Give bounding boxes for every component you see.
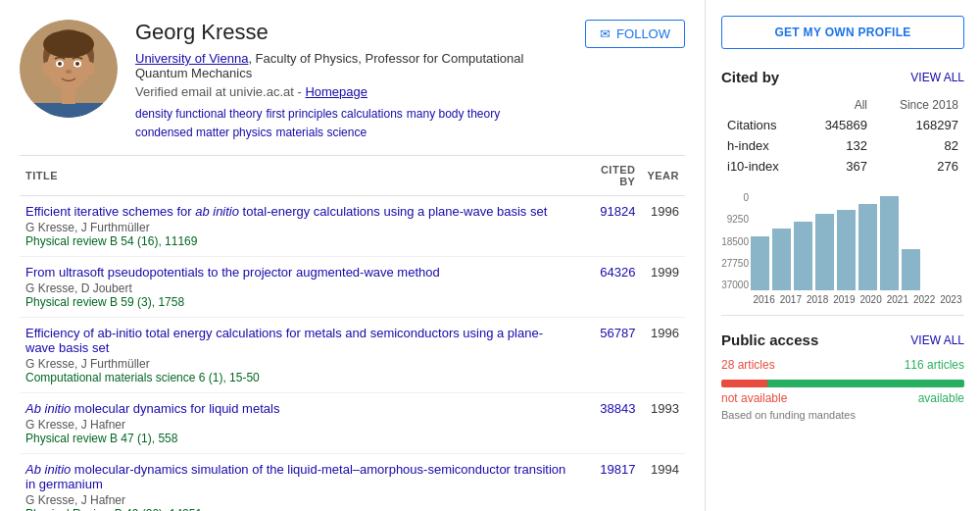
profile-email: Verified email at univie.ac.at - Homepag… — [135, 84, 573, 99]
follow-button[interactable]: ✉ FOLLOW — [585, 20, 685, 48]
public-access-view-all[interactable]: VIEW ALL — [910, 333, 964, 347]
paper-authors: G Kresse, J Hafner — [25, 493, 572, 507]
y-label: 27750 — [721, 258, 749, 269]
paper-authors: G Kresse, J Hafner — [25, 418, 572, 432]
stats-cell-label: h-index — [721, 135, 804, 156]
access-status: not available available — [721, 391, 964, 405]
tag-0[interactable]: density functional theory — [135, 107, 262, 122]
get-profile-button[interactable]: GET MY OWN PROFILE — [721, 16, 964, 49]
profile-affiliation: University of Vienna, Faculty of Physics… — [135, 51, 573, 80]
paper-title-cell: Efficiency of ab-initio total energy cal… — [20, 318, 578, 393]
paper-year: 1993 — [641, 393, 685, 454]
col-title: TITLE — [20, 156, 578, 196]
x-axis-labels: 20162017201820192020202120222023 — [721, 294, 964, 305]
page: Georg Kresse University of Vienna, Facul… — [0, 0, 980, 511]
paper-title-cell: Efficient iterative schemes for ab initi… — [20, 196, 578, 257]
table-row: Ab initio molecular-dynamics simulation … — [20, 454, 685, 512]
paper-cited[interactable]: 64326 — [578, 257, 642, 318]
chart-bar — [880, 196, 899, 290]
stats-cell-all: 367 — [804, 156, 873, 177]
chart-bar — [772, 229, 791, 290]
available-status: available — [918, 391, 964, 405]
stats-row: h-index13282 — [721, 135, 964, 156]
svg-point-4 — [42, 62, 52, 76]
table-row: Efficiency of ab-initio total energy cal… — [20, 318, 685, 393]
table-row: Ab initio molecular dynamics for liquid … — [20, 393, 685, 454]
chart-bars — [751, 192, 964, 290]
y-label: 9250 — [721, 214, 749, 225]
paper-authors: G Kresse, D Joubert — [25, 281, 572, 295]
stats-cell-since: 168297 — [873, 115, 964, 135]
available-articles-label[interactable]: 116 articles — [905, 358, 964, 372]
stats-header-row: All Since 2018 — [721, 95, 964, 115]
homepage-link[interactable]: Homepage — [305, 84, 368, 99]
papers-table: TITLE CITED BY YEAR Efficient iterative … — [20, 155, 685, 511]
col-year: YEAR — [641, 156, 685, 196]
svg-rect-12 — [62, 86, 75, 104]
profile-tags: density functional theory first principl… — [135, 107, 573, 139]
unavailable-articles-label[interactable]: 28 articles — [721, 358, 775, 372]
cited-by-section-header: Cited by VIEW ALL — [721, 69, 964, 85]
paper-cited[interactable]: 91824 — [578, 196, 642, 257]
paper-journal: Computational materials science 6 (1), 1… — [25, 371, 572, 384]
public-access-header: Public access VIEW ALL — [721, 332, 964, 348]
public-access-section: Public access VIEW ALL 28 articles 116 a… — [721, 332, 964, 421]
x-label: 2019 — [831, 294, 858, 305]
paper-cited[interactable]: 38843 — [578, 393, 642, 454]
unavailable-status: not available — [721, 391, 787, 405]
x-label: 2022 — [911, 294, 938, 305]
right-panel: GET MY OWN PROFILE Cited by VIEW ALL All… — [706, 0, 980, 511]
access-note: Based on funding mandates — [721, 409, 964, 421]
paper-title-link[interactable]: Efficiency of ab-initio total energy cal… — [25, 326, 572, 355]
table-row: Efficient iterative schemes for ab initi… — [20, 196, 685, 257]
stats-row: Citations345869168297 — [721, 115, 964, 135]
paper-authors: G Kresse, J Furthmüller — [25, 357, 572, 371]
svg-point-5 — [85, 62, 95, 76]
svg-point-3 — [43, 30, 94, 58]
paper-title-link[interactable]: Ab initio molecular dynamics for liquid … — [25, 401, 572, 416]
stats-cell-since: 276 — [873, 156, 964, 177]
x-label: 2020 — [858, 294, 884, 305]
svg-point-8 — [58, 62, 62, 66]
y-label: 0 — [721, 192, 749, 203]
paper-title-cell: From ultrasoft pseudopotentials to the p… — [20, 257, 578, 318]
university-link[interactable]: University of Vienna — [135, 51, 248, 66]
paper-year: 1996 — [641, 318, 685, 393]
tag-4[interactable]: materials science — [275, 126, 367, 139]
access-bar-unavailable — [721, 380, 767, 387]
follow-icon: ✉ — [600, 26, 611, 41]
paper-journal: Physical review B 59 (3), 1758 — [25, 295, 572, 309]
paper-year: 1999 — [641, 257, 685, 318]
public-access-title: Public access — [721, 332, 818, 348]
tag-1[interactable]: first principles calculations — [266, 107, 402, 122]
svg-point-10 — [66, 70, 72, 74]
paper-year: 1996 — [641, 196, 685, 257]
cited-by-title: Cited by — [721, 69, 779, 85]
stats-table: All Since 2018 Citations345869168297h-in… — [721, 95, 964, 177]
profile-header: Georg Kresse University of Vienna, Facul… — [20, 20, 685, 139]
chart-bar — [751, 236, 769, 290]
stats-cell-label: Citations — [721, 115, 804, 135]
x-label: 2016 — [751, 294, 777, 305]
paper-title-link[interactable]: Ab initio molecular-dynamics simulation … — [25, 462, 572, 491]
chart-bar — [902, 249, 920, 290]
chart-bar — [815, 214, 834, 290]
follow-button-wrap: ✉ FOLLOW — [585, 20, 685, 48]
stats-cell-all: 345869 — [804, 115, 873, 135]
y-label: 18500 — [721, 236, 749, 247]
paper-title-link[interactable]: Efficient iterative schemes for ab initi… — [25, 204, 572, 219]
paper-cited[interactable]: 19817 — [578, 454, 642, 512]
paper-journal: Physical review B 54 (16), 11169 — [25, 234, 572, 248]
access-bar — [721, 380, 964, 387]
y-axis-labels: 37000277501850092500 — [721, 192, 749, 290]
paper-title-link[interactable]: From ultrasoft pseudopotentials to the p… — [25, 265, 572, 280]
paper-authors: G Kresse, J Furthmüller — [25, 221, 572, 234]
tag-3[interactable]: condensed matter physics — [135, 126, 271, 139]
access-bar-available — [767, 380, 964, 387]
tag-2[interactable]: many body theory — [407, 107, 500, 122]
cited-by-view-all[interactable]: VIEW ALL — [910, 71, 964, 84]
paper-cited[interactable]: 56787 — [578, 318, 642, 393]
paper-journal: Physical Review B 49 (20), 14251 — [25, 507, 572, 511]
stats-col-all: All — [804, 95, 873, 115]
access-labels: 28 articles 116 articles — [721, 358, 964, 372]
